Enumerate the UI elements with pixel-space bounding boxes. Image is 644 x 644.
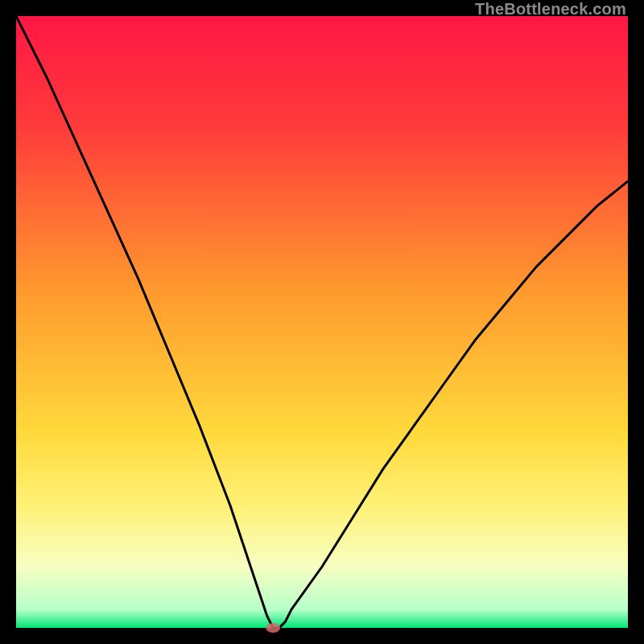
watermark-text: TheBottleneck.com — [475, 0, 626, 19]
bottleneck-curve-line — [16, 16, 628, 628]
minimum-marker-icon — [266, 623, 280, 633]
bottleneck-chart — [16, 16, 628, 628]
outer-frame: TheBottleneck.com — [0, 0, 644, 644]
